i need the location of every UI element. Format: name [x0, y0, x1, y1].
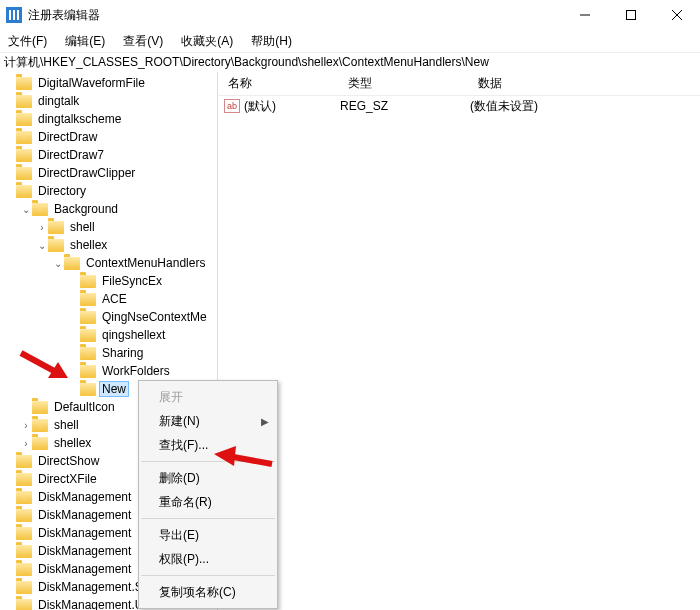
ctx-separator: [141, 461, 275, 462]
menu-bar: 文件(F) 编辑(E) 查看(V) 收藏夹(A) 帮助(H): [0, 30, 700, 52]
tree-item[interactable]: WorkFolders: [0, 362, 217, 380]
tree-item-label: New: [100, 382, 128, 396]
submenu-arrow-icon: ▶: [261, 416, 269, 427]
tree-item[interactable]: DirectDrawClipper: [0, 164, 217, 182]
tree-item-label: Sharing: [100, 346, 145, 360]
folder-icon: [32, 203, 48, 216]
window-title: 注册表编辑器: [28, 7, 562, 24]
tree-item-label: shellex: [52, 436, 93, 450]
folder-icon: [16, 581, 32, 594]
ctx-expand: 展开: [139, 385, 277, 409]
tree-item-label: shell: [52, 418, 81, 432]
chevron-down-icon[interactable]: [36, 240, 48, 251]
folder-icon: [16, 131, 32, 144]
tree-item-label: qingshellext: [100, 328, 167, 342]
tree-item-label: DefaultIcon: [52, 400, 117, 414]
folder-icon: [32, 419, 48, 432]
tree-item[interactable]: shell: [0, 218, 217, 236]
tree-item[interactable]: ACE: [0, 290, 217, 308]
tree-item-label: DirectXFile: [36, 472, 99, 486]
close-button[interactable]: [654, 0, 700, 30]
ctx-export[interactable]: 导出(E): [139, 523, 277, 547]
tree-item-label: shellex: [68, 238, 109, 252]
menu-file[interactable]: 文件(F): [6, 31, 49, 52]
tree-item[interactable]: Directory: [0, 182, 217, 200]
ctx-new[interactable]: 新建(N)▶: [139, 409, 277, 433]
folder-icon: [16, 95, 32, 108]
folder-icon: [80, 293, 96, 306]
tree-item[interactable]: QingNseContextMe: [0, 308, 217, 326]
col-header-name[interactable]: 名称: [218, 75, 338, 92]
list-row[interactable]: (默认) REG_SZ (数值未设置): [218, 96, 700, 116]
folder-icon: [80, 365, 96, 378]
ctx-permissions[interactable]: 权限(P)...: [139, 547, 277, 571]
tree-item[interactable]: DigitalWaveformFile: [0, 74, 217, 92]
menu-favorites[interactable]: 收藏夹(A): [179, 31, 235, 52]
folder-icon: [16, 491, 32, 504]
chevron-down-icon[interactable]: [52, 258, 64, 269]
tree-item[interactable]: Background: [0, 200, 217, 218]
folder-icon: [48, 239, 64, 252]
address-bar[interactable]: 计算机\HKEY_CLASSES_ROOT\Directory\Backgrou…: [0, 52, 700, 72]
folder-icon: [16, 545, 32, 558]
tree-item-label: QingNseContextMe: [100, 310, 209, 324]
maximize-button[interactable]: [608, 0, 654, 30]
folder-icon: [16, 455, 32, 468]
list-header: 名称 类型 数据: [218, 72, 700, 96]
ctx-delete[interactable]: 删除(D): [139, 466, 277, 490]
address-text: 计算机\HKEY_CLASSES_ROOT\Directory\Backgrou…: [4, 54, 489, 71]
tree-item[interactable]: qingshellext: [0, 326, 217, 344]
tree-item[interactable]: FileSyncEx: [0, 272, 217, 290]
folder-icon: [32, 401, 48, 414]
value-type: REG_SZ: [340, 99, 470, 113]
folder-icon: [80, 329, 96, 342]
tree-item[interactable]: ContextMenuHandlers: [0, 254, 217, 272]
app-icon: [6, 7, 22, 23]
tree-item-label: DirectDraw7: [36, 148, 106, 162]
tree-item-label: Background: [52, 202, 120, 216]
menu-edit[interactable]: 编辑(E): [63, 31, 107, 52]
tree-item[interactable]: DirectDraw: [0, 128, 217, 146]
folder-icon: [64, 257, 80, 270]
tree-item[interactable]: shellex: [0, 236, 217, 254]
list-panel: 名称 类型 数据 (默认) REG_SZ (数值未设置): [218, 72, 700, 610]
chevron-right-icon[interactable]: [36, 222, 48, 233]
folder-icon: [16, 167, 32, 180]
value-data: (数值未设置): [470, 98, 700, 115]
ctx-rename[interactable]: 重命名(R): [139, 490, 277, 514]
chevron-right-icon[interactable]: [20, 438, 32, 449]
folder-icon: [16, 527, 32, 540]
value-name: (默认): [244, 98, 340, 115]
menu-view[interactable]: 查看(V): [121, 31, 165, 52]
menu-help[interactable]: 帮助(H): [249, 31, 294, 52]
tree-item-label: DiskManagement: [36, 562, 133, 576]
folder-icon: [80, 311, 96, 324]
tree-item[interactable]: Sharing: [0, 344, 217, 362]
tree-item-label: Directory: [36, 184, 88, 198]
ctx-separator: [141, 518, 275, 519]
folder-icon: [80, 347, 96, 360]
folder-icon: [32, 437, 48, 450]
tree-item[interactable]: dingtalkscheme: [0, 110, 217, 128]
svg-rect-1: [627, 11, 636, 20]
folder-icon: [16, 563, 32, 576]
minimize-button[interactable]: [562, 0, 608, 30]
col-header-data[interactable]: 数据: [468, 75, 700, 92]
tree-item-label: DiskManagement: [36, 544, 133, 558]
tree-item-label: ACE: [100, 292, 129, 306]
tree-item-label: DigitalWaveformFile: [36, 76, 147, 90]
folder-icon: [16, 599, 32, 611]
tree-item-label: DiskManagement: [36, 526, 133, 540]
col-header-type[interactable]: 类型: [338, 75, 468, 92]
folder-icon: [16, 509, 32, 522]
tree-item[interactable]: DirectDraw7: [0, 146, 217, 164]
ctx-find[interactable]: 查找(F)...: [139, 433, 277, 457]
tree-item[interactable]: dingtalk: [0, 92, 217, 110]
chevron-down-icon[interactable]: [20, 204, 32, 215]
context-menu: 展开 新建(N)▶ 查找(F)... 删除(D) 重命名(R) 导出(E) 权限…: [138, 380, 278, 609]
ctx-copy-key-name[interactable]: 复制项名称(C): [139, 580, 277, 604]
tree-item-label: FileSyncEx: [100, 274, 164, 288]
chevron-right-icon[interactable]: [20, 420, 32, 431]
folder-icon: [16, 473, 32, 486]
folder-icon: [80, 383, 96, 396]
